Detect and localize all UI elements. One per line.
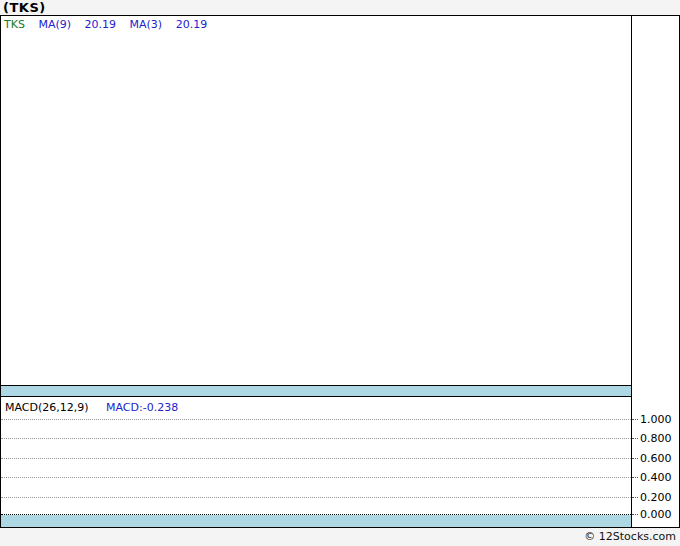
price-legend: TKS MA(9) 20.19 MA(3) 20.19 [4, 18, 217, 31]
axis-label-0800: 0.800 [640, 432, 678, 445]
legend-ma9-value: 20.19 [85, 18, 117, 31]
macd-gridline-1000 [1, 419, 631, 420]
macd-gridline-0400 [1, 477, 631, 478]
macd-gridline-0600 [1, 458, 631, 459]
stock-chart-page: (TKS) TKS MA(9) 20.19 MA(3) 20.19 MACD(2… [0, 0, 680, 546]
axis-tick [632, 497, 638, 498]
chart-frame: TKS MA(9) 20.19 MA(3) 20.19 MACD(26,12,9… [0, 15, 680, 528]
axis-label-0200: 0.200 [640, 491, 678, 504]
macd-legend: MACD(26,12,9) MACD:-0.238 [5, 401, 178, 414]
macd-gridline-0800 [1, 438, 631, 439]
page-title: (TKS) [3, 0, 46, 15]
axis-label-1000: 1.000 [640, 413, 678, 426]
legend-ma3-label: MA(3) [130, 18, 163, 31]
axis-label-0600: 0.600 [640, 452, 678, 465]
legend-ma9-label: MA(9) [38, 18, 71, 31]
axis-tick [632, 458, 638, 459]
legend-ma3-value: 20.19 [176, 18, 208, 31]
macd-indicator-value: MACD:-0.238 [106, 401, 178, 414]
axis-tick [632, 438, 638, 439]
axis-label-0000: 0.000 [640, 508, 678, 521]
panel-separator-band [1, 385, 631, 397]
footer-credit[interactable]: © 12Stocks.com [0, 529, 680, 546]
axis-tick [632, 514, 638, 515]
macd-indicator-label: MACD(26,12,9) [5, 401, 89, 414]
axis-tick [632, 419, 638, 420]
time-axis-band [1, 515, 631, 527]
axis-tick [632, 477, 638, 478]
axis-divider-line [631, 16, 632, 527]
axis-label-0400: 0.400 [640, 471, 678, 484]
macd-gridline-0200 [1, 497, 631, 498]
price-plot-area [1, 16, 631, 385]
legend-symbol: TKS [4, 18, 25, 31]
